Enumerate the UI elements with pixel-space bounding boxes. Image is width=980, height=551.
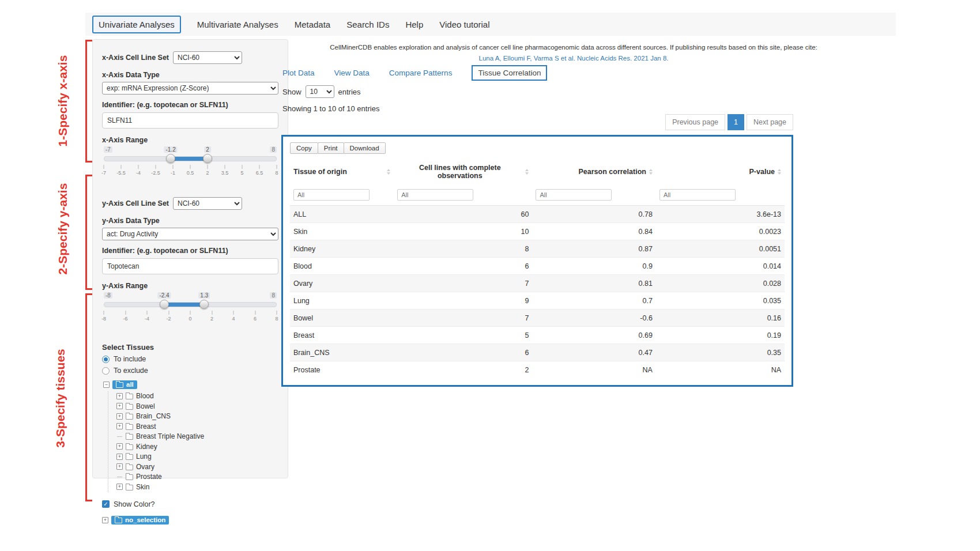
download-button[interactable]: Download xyxy=(344,142,386,154)
tree-item-ovary[interactable]: + Ovary xyxy=(116,462,278,472)
cell-tissue: Kidney xyxy=(290,240,394,258)
tree-item-kidney[interactable]: + Kidney xyxy=(116,441,278,452)
nav-tab-metadata[interactable]: Metadata xyxy=(295,20,331,29)
y-axis-data-type-select[interactable]: act: Drug Activity xyxy=(102,228,278,240)
tree-item-label[interactable]: Kidney xyxy=(136,443,157,451)
tab-view-data[interactable]: View Data xyxy=(334,69,370,77)
tree-root-selected[interactable]: all xyxy=(112,380,137,389)
expand-icon[interactable]: + xyxy=(116,403,123,409)
collapse-icon[interactable]: − xyxy=(103,382,110,388)
x-axis-identifier-input[interactable] xyxy=(102,112,278,129)
tree-item-breast[interactable]: + Breast xyxy=(116,421,278,432)
tree-item-lung[interactable]: + Lung xyxy=(116,452,278,462)
x-axis-cell-line-set-select[interactable]: NCI-60 xyxy=(173,51,242,64)
slider-handle-to[interactable] xyxy=(203,154,212,163)
nav-tab-univariate-analyses[interactable]: Univariate Analyses xyxy=(92,16,181,33)
table-row[interactable]: Blood 6 0.9 0.014 xyxy=(290,258,785,275)
th-tissue-of-origin[interactable]: Tissue of origin xyxy=(290,159,394,184)
th-p-value[interactable]: P-value xyxy=(656,159,785,184)
expand-icon[interactable]: + xyxy=(102,517,108,523)
slider-track[interactable] xyxy=(104,156,277,161)
table-row[interactable]: Skin 10 0.84 0.0023 xyxy=(290,223,785,240)
slider-max-label: 8 xyxy=(270,146,277,153)
tree-item-label[interactable]: Blood xyxy=(136,392,154,400)
table-row[interactable]: Breast 5 0.69 0.19 xyxy=(290,327,785,344)
filter-cell-lines[interactable] xyxy=(397,189,473,201)
filter-p-value[interactable] xyxy=(659,189,736,201)
copy-button[interactable]: Copy xyxy=(290,142,318,154)
y-axis-identifier-input[interactable] xyxy=(102,258,278,274)
cell-count: 6 xyxy=(394,258,532,275)
tree-item-brain-cns[interactable]: + Brain_CNS xyxy=(116,412,278,422)
previous-page-button[interactable]: Previous page xyxy=(665,114,725,130)
table-row[interactable]: Lung 9 0.7 0.035 xyxy=(290,292,785,310)
nav-tab-help[interactable]: Help xyxy=(405,20,423,29)
nav-tab-video-tutorial[interactable]: Video tutorial xyxy=(439,20,489,29)
tree-item-prostate[interactable]: Prostate xyxy=(116,472,278,482)
no-selection-row[interactable]: + no_selection xyxy=(102,515,278,526)
table-row[interactable]: Brain_CNS 6 0.47 0.35 xyxy=(290,344,785,361)
slider-handle-from[interactable] xyxy=(166,154,175,163)
nav-tab-search-ids[interactable]: Search IDs xyxy=(346,20,389,29)
tree-item-label[interactable]: Brain_CNS xyxy=(136,412,171,420)
table-row[interactable]: Ovary 7 0.81 0.028 xyxy=(290,275,785,292)
th-pearson-correlation[interactable]: Pearson correlation xyxy=(532,159,656,184)
tree-item-label[interactable]: Breast xyxy=(136,422,156,431)
column-header-label: Cell lines with complete observations xyxy=(397,164,522,180)
y-axis-cell-line-set-select[interactable]: NCI-60 xyxy=(173,197,242,210)
cell-tissue: Ovary xyxy=(290,275,394,292)
expand-icon[interactable]: + xyxy=(116,484,123,490)
tree-item-breast-triple-negative[interactable]: Breast Triple Negative xyxy=(116,432,278,442)
tree-item-label[interactable]: Lung xyxy=(136,452,152,461)
tab-tissue-correlation[interactable]: Tissue Correlation xyxy=(472,65,547,81)
table-row[interactable]: Kidney 8 0.87 0.0051 xyxy=(290,240,785,258)
filter-tissue-of-origin[interactable] xyxy=(293,189,370,201)
slider-track[interactable] xyxy=(104,302,277,307)
x-axis-data-type-select[interactable]: exp: mRNA Expression (Z-Score) xyxy=(102,82,278,95)
tree-item-label[interactable]: Breast Triple Negative xyxy=(136,432,204,440)
no-selection-selected[interactable]: no_selection xyxy=(111,516,169,524)
radio-icon-include[interactable] xyxy=(102,356,110,363)
current-page-button[interactable]: 1 xyxy=(728,114,744,130)
x-axis-range-slider[interactable]: -7 8 -1.2 2 -7 -5.5 -4 -2.5 -1 0.5 2 3.5… xyxy=(104,146,277,182)
tab-compare-patterns[interactable]: Compare Patterns xyxy=(389,69,453,77)
cell-correlation: 0.69 xyxy=(532,327,656,344)
tab-plot-data[interactable]: Plot Data xyxy=(282,69,315,77)
expand-icon[interactable]: + xyxy=(116,393,123,399)
filter-pearson-correlation[interactable] xyxy=(536,189,612,201)
print-button[interactable]: Print xyxy=(318,142,344,154)
show-color-row[interactable]: ✓ Show Color? xyxy=(102,500,278,508)
tree-item-label[interactable]: Ovary xyxy=(136,463,154,471)
tissue-tree: − all + Blood + Bowel + Brain_CNS xyxy=(103,380,278,492)
slider-handle-to[interactable] xyxy=(199,300,209,309)
next-page-button[interactable]: Next page xyxy=(747,114,793,130)
table-row[interactable]: Bowel 7 -0.6 0.16 xyxy=(290,310,785,327)
table-row[interactable]: ALL 60 0.78 3.6e-13 xyxy=(290,206,785,223)
y-axis-range-slider[interactable]: -8 8 -2.4 1.3 -8 -6 -4 -2 0 2 4 6 8 xyxy=(104,292,277,328)
nav-tab-multivariate-analyses[interactable]: Multivariate Analyses xyxy=(197,20,278,29)
radio-to-include[interactable]: To include xyxy=(102,355,278,363)
tree-item-bowel[interactable]: + Bowel xyxy=(116,401,278,412)
tree-item-skin[interactable]: + Skin xyxy=(116,482,278,492)
expand-icon[interactable]: + xyxy=(116,454,123,460)
citation-link[interactable]: Luna A, Elloumi F, Varma S et al. Nuclei… xyxy=(282,54,865,63)
tree-item-label[interactable]: Prostate xyxy=(136,473,162,481)
tree-item-blood[interactable]: + Blood xyxy=(116,391,278,402)
cell-correlation: 0.9 xyxy=(532,258,656,275)
show-color-checkbox[interactable]: ✓ xyxy=(102,500,110,508)
entries-count-select[interactable]: 10 xyxy=(306,85,334,98)
tree-item-label[interactable]: Bowel xyxy=(136,402,155,410)
slider-handle-from[interactable] xyxy=(160,300,169,309)
expand-icon[interactable]: + xyxy=(116,423,123,429)
th-cell-lines[interactable]: Cell lines with complete observations xyxy=(394,159,532,184)
tree-root-row[interactable]: − all xyxy=(103,380,278,390)
radio-to-exclude[interactable]: To exclude xyxy=(102,367,278,375)
folder-icon xyxy=(126,404,133,410)
expand-icon[interactable]: + xyxy=(116,463,123,470)
radio-icon-exclude[interactable] xyxy=(102,367,110,375)
slider-min-label: -8 xyxy=(104,292,112,299)
expand-icon[interactable]: + xyxy=(116,413,123,420)
tree-item-label[interactable]: Skin xyxy=(136,483,149,491)
table-row[interactable]: Prostate 2 NA NA xyxy=(290,361,785,379)
expand-icon[interactable]: + xyxy=(116,443,123,450)
